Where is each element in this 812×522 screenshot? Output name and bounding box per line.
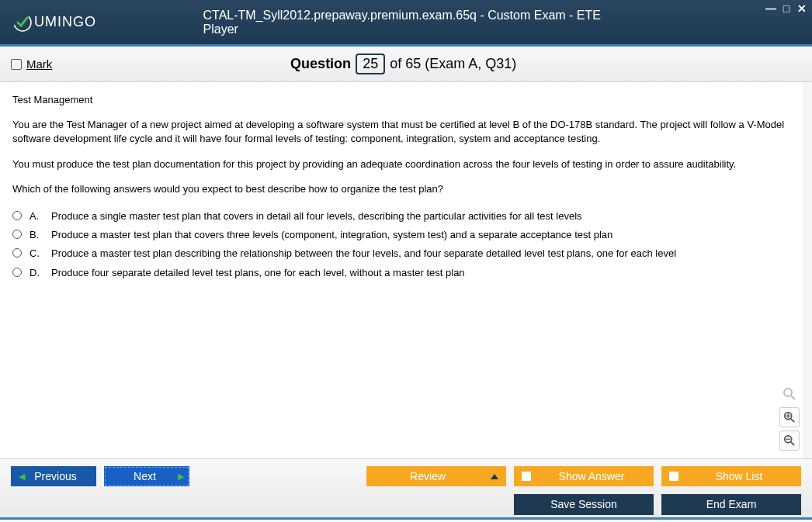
answer-radio[interactable] [12,248,22,258]
answer-option[interactable]: B. Produce a master test plan that cover… [12,226,790,244]
question-of-text: of 65 (Exam A, Q31) [390,56,516,72]
answer-radio[interactable] [12,230,22,239]
previous-button[interactable]: ◀ Previous [11,466,96,486]
footer-row-2: Save Session End Exam [11,492,801,517]
maximize-button[interactable]: □ [781,3,792,14]
window-title: CTAL-TM_Syll2012.prepaway.premium.exam.6… [203,9,609,36]
question-number: 25 [356,54,385,74]
answer-text: Produce a master test plan describing th… [51,247,676,261]
answer-letter: D. [29,266,43,280]
svg-line-4 [791,419,794,422]
show-answer-button[interactable]: Show Answer [514,466,654,486]
zoom-in-icon[interactable] [779,407,800,427]
answer-option[interactable]: D. Produce four separate detailed level … [12,264,790,282]
zoom-out-icon[interactable] [779,430,800,451]
answer-text: Produce a single master test plan that c… [51,209,582,223]
answer-text: Produce four separate detailed level tes… [51,266,465,280]
save-session-button[interactable]: Save Session [514,494,654,515]
question-bar: ​Mark Question 25 of 65 (Exam A, Q31) [0,47,812,82]
list-icon [669,472,678,481]
titlebar: UMINGO CTAL-TM_Syll2012.prepaway.premium… [0,0,812,47]
answer-list: A. Produce a single master test plan tha… [12,207,790,282]
chevron-up-icon [491,474,498,479]
svg-point-1 [784,389,792,396]
end-exam-button[interactable]: End Exam [661,494,801,515]
question-para: Which of the following answers would you… [12,182,790,196]
minimize-button[interactable]: — [765,3,776,14]
answer-letter: C. [29,247,43,261]
question-para: You must produce the test plan documenta… [12,157,790,171]
answer-option[interactable]: C. Produce a master test plan describing… [12,244,790,263]
close-button[interactable]: ✕ [796,3,807,14]
next-button[interactable]: Next ▶ [104,466,189,486]
question-indicator: Question 25 of 65 (Exam A, Q31) [290,54,516,74]
search-icon[interactable] [779,384,800,404]
svg-line-8 [791,442,794,445]
question-word: Question [290,56,351,72]
footer: ◀ Previous Next ▶ Review Show Answer Sho… [0,458,812,520]
answer-letter: B. [29,228,43,242]
answer-option[interactable]: A. Produce a single master test plan tha… [12,207,790,226]
answer-radio[interactable] [12,268,22,277]
svg-line-2 [791,396,795,399]
question-content: Test Management You are the Test Manager… [0,82,812,458]
app-logo: UMINGO [12,12,96,33]
chevron-right-icon: ▶ [178,472,182,482]
footer-row-1: ◀ Previous Next ▶ Review Show Answer Sho… [11,464,801,489]
question-para: You are the Test Manager of a new projec… [12,118,790,146]
question-topic: Test Management [12,93,790,107]
show-list-button[interactable]: Show List [661,466,801,486]
answer-text: Produce a master test plan that covers t… [51,228,612,242]
mark-checkbox[interactable] [11,59,22,70]
mark-control[interactable]: ​Mark [11,57,52,71]
zoom-controls [779,384,800,451]
logo-text: UMINGO [34,14,96,30]
review-button[interactable]: Review [366,466,506,486]
answer-letter: A. [29,209,43,223]
square-icon [522,472,531,481]
window-controls: — □ ✕ [765,3,807,14]
logo-check-icon [12,12,33,33]
mark-label[interactable]: ​Mark [26,57,52,71]
answer-radio[interactable] [12,211,22,220]
